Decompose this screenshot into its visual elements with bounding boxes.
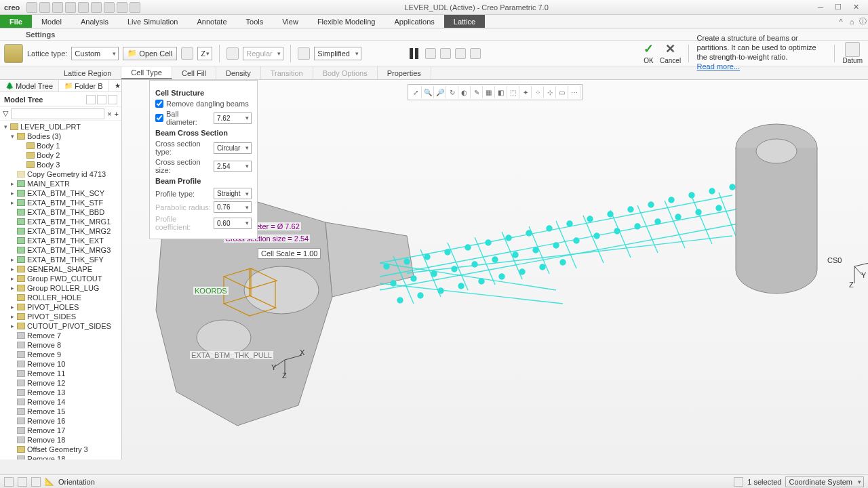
ball-diameter-input[interactable]: 7.62: [214, 113, 252, 124]
tree-tab-folder[interactable]: 📁 Folder B: [59, 80, 109, 92]
subtab-properties[interactable]: Properties: [378, 66, 431, 79]
cancel-button[interactable]: ✕Cancel: [661, 42, 680, 65]
axis-dropdown[interactable]: Z: [197, 47, 212, 60]
pause-button[interactable]: [406, 46, 421, 61]
tree-add-icon[interactable]: +: [115, 110, 119, 118]
subtab-cell-fill[interactable]: Cell Fill: [172, 66, 216, 79]
axis-icon[interactable]: [181, 47, 193, 60]
qat-undo-icon[interactable]: [65, 2, 76, 13]
svg-point-40: [479, 279, 484, 284]
qat-windows-icon[interactable]: [104, 2, 115, 13]
tab-view[interactable]: View: [273, 15, 308, 28]
regular-dropdown[interactable]: Regular: [243, 47, 283, 60]
csys-icon[interactable]: ⊹: [544, 86, 556, 98]
qat-regen-icon[interactable]: [91, 2, 102, 13]
simplified-dropdown[interactable]: Simplified: [314, 47, 361, 60]
subtab-cell-type[interactable]: Cell Type: [121, 66, 172, 79]
ribbon-min-icon[interactable]: ^: [835, 15, 846, 28]
svg-point-43: [540, 264, 545, 270]
svg-point-38: [438, 288, 443, 293]
tree-search-input[interactable]: [11, 108, 104, 119]
display-icon[interactable]: [298, 47, 310, 60]
annot-exta: EXTA_BTM_THK_PULL: [190, 351, 273, 359]
annot-icon[interactable]: ⬚: [507, 86, 519, 98]
svg-point-23: [492, 257, 498, 262]
status-selected: 1 selected: [747, 478, 781, 486]
ball-diameter-checkbox[interactable]: [155, 114, 163, 122]
stop-icon[interactable]: [425, 48, 436, 59]
tab-model[interactable]: Model: [32, 15, 71, 28]
svg-point-2: [425, 254, 430, 260]
svg-point-18: [391, 281, 396, 286]
more-icon[interactable]: ⋯: [568, 86, 580, 98]
datum-icon[interactable]: [845, 42, 860, 57]
remove-dangling-checkbox[interactable]: [155, 100, 163, 108]
funnel-icon[interactable]: ▽: [3, 109, 8, 118]
preview-icon[interactable]: [455, 48, 466, 59]
lattice-type-dropdown[interactable]: Custom: [71, 47, 119, 60]
cs-type-dropdown[interactable]: Circular: [214, 142, 252, 154]
zoom-in-icon[interactable]: 🔍: [422, 86, 434, 98]
qat-new-icon[interactable]: [26, 2, 37, 13]
close-button[interactable]: ✕: [848, 2, 864, 13]
status-icon-2[interactable]: [18, 477, 27, 487]
parabolic-input: 0.76: [214, 201, 252, 213]
svg-point-37: [418, 293, 423, 298]
views-icon[interactable]: ✎: [471, 86, 483, 98]
tree-body[interactable]: ▾LEVER_UDL.PRT ▾Bodies (3) Body 1 Body 2…: [0, 121, 121, 460]
grid-icon[interactable]: [226, 47, 239, 60]
points-icon[interactable]: ⁘: [532, 86, 544, 98]
tab-flexible-modeling[interactable]: Flexible Modeling: [308, 15, 385, 28]
qat-open-icon[interactable]: [39, 2, 50, 13]
planes-icon[interactable]: ▭: [556, 86, 568, 98]
tab-tools[interactable]: Tools: [237, 15, 273, 28]
tree-settings-icon[interactable]: [97, 95, 106, 104]
profile-type-dropdown[interactable]: Straight: [214, 188, 252, 199]
eye-icon[interactable]: [440, 48, 451, 59]
svg-line-48: [854, 262, 868, 266]
tab-applications[interactable]: Applications: [384, 15, 443, 28]
tree-filter-icon[interactable]: [86, 95, 96, 104]
subtab-density[interactable]: Density: [216, 66, 261, 79]
svg-point-20: [431, 271, 437, 277]
svg-point-21: [452, 266, 457, 272]
zoom-fit-icon[interactable]: ⤢: [410, 86, 422, 98]
qat-close-icon[interactable]: [117, 2, 127, 13]
tab-live-simulation[interactable]: Live Simulation: [118, 15, 188, 28]
status-coord-dropdown[interactable]: Coordinate System: [785, 476, 864, 487]
persp-icon[interactable]: ◧: [495, 86, 507, 98]
open-cell-button[interactable]: 📁Open Cell: [123, 47, 177, 60]
tree-expand-icon[interactable]: ×: [107, 110, 111, 118]
repaint-icon[interactable]: ↻: [446, 86, 458, 98]
zoom-out-icon[interactable]: 🔎: [434, 86, 446, 98]
status-filter-icon[interactable]: [734, 477, 743, 487]
tab-analysis[interactable]: Analysis: [71, 15, 118, 28]
tree-tab-model[interactable]: 🌲 Model Tree: [0, 80, 59, 92]
minimize-button[interactable]: ─: [812, 2, 829, 13]
tab-annotate[interactable]: Annotate: [187, 15, 236, 28]
read-more-link[interactable]: Read more...: [697, 62, 741, 70]
svg-point-29: [614, 228, 620, 234]
qat-redo-icon[interactable]: [78, 2, 89, 13]
tab-file[interactable]: File: [0, 15, 32, 28]
annot-cell-scale: Cell Scale = 1.00: [258, 248, 321, 259]
qat-save-icon[interactable]: [52, 2, 63, 13]
qat-more-icon[interactable]: [130, 2, 140, 13]
subtab-lattice-region[interactable]: Lattice Region: [54, 66, 121, 79]
ok-button[interactable]: ✓OK: [639, 42, 658, 65]
viewport[interactable]: Cell Structure Remove dangling beams Bal…: [122, 80, 868, 460]
style-icon[interactable]: ◐: [458, 86, 471, 98]
status-icon-1[interactable]: [4, 477, 14, 487]
tab-lattice[interactable]: Lattice: [444, 15, 485, 28]
status-icon-3[interactable]: [31, 477, 41, 487]
svg-point-13: [648, 202, 654, 207]
maximize-button[interactable]: ☐: [830, 2, 846, 13]
cs-size-input[interactable]: 2.54: [214, 161, 252, 172]
ribbon-help-icon[interactable]: ⌂: [846, 15, 857, 28]
axes-icon[interactable]: ✦: [519, 86, 532, 98]
tree-show-icon[interactable]: [108, 95, 117, 104]
svg-point-22: [472, 262, 477, 267]
layers-icon[interactable]: ▦: [483, 86, 495, 98]
glasses-icon[interactable]: [470, 48, 481, 59]
ribbon-info-icon[interactable]: ⓘ: [857, 15, 868, 28]
